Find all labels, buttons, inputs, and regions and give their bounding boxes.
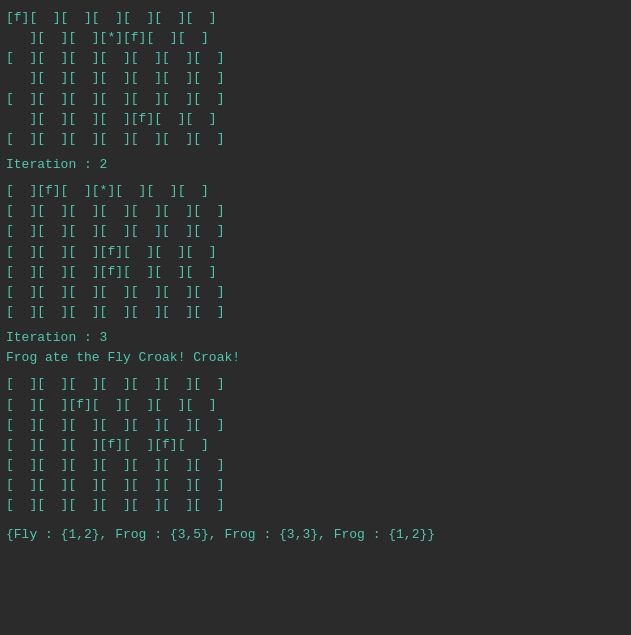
grid-line: [f][ ][ ][ ][ ][ ][ ] <box>6 8 625 28</box>
grid-line: [ ][ ][ ][ ][ ][ ][ ] <box>6 89 625 109</box>
grid-line: [ ][ ][ ][ ][ ][ ][ ] <box>6 302 625 322</box>
iteration3-label: Iteration : 3 <box>6 328 625 348</box>
grid-line: ][ ][ ][ ][ ][ ][ ] <box>6 68 625 88</box>
grid-line: [ ][ ][ ][ ][ ][ ][ ] <box>6 129 625 149</box>
grid-line: ][ ][ ][ ][f][ ][ ] <box>6 109 625 129</box>
console-output: [f][ ][ ][ ][ ][ ][ ] ][ ][ ][*][f][ ][ … <box>0 0 631 554</box>
grid-line: [ ][ ][f][ ][ ][ ][ ] <box>6 395 625 415</box>
grid-line: [ ][ ][ ][f][ ][ ][ ] <box>6 242 625 262</box>
iteration1-grid: [f][ ][ ][ ][ ][ ][ ] ][ ][ ][*][f][ ][ … <box>6 8 625 149</box>
grid-line: [ ][ ][ ][ ][ ][ ][ ] <box>6 475 625 495</box>
grid-line: ][ ][ ][*][f][ ][ ] <box>6 28 625 48</box>
grid-line: [ ][ ][ ][f][ ][f][ ] <box>6 435 625 455</box>
grid-line: [ ][ ][ ][ ][ ][ ][ ] <box>6 221 625 241</box>
footer-summary: {Fly : {1,2}, Frog : {3,5}, Frog : {3,3}… <box>6 525 625 545</box>
grid-line: [ ][ ][ ][ ][ ][ ][ ] <box>6 201 625 221</box>
grid-line: [ ][ ][ ][ ][ ][ ][ ] <box>6 455 625 475</box>
iteration2-section: Iteration : 2 [ ][f][ ][*][ ][ ][ ] [ ][… <box>6 155 625 322</box>
frog-message: Frog ate the Fly Croak! Croak! <box>6 348 625 368</box>
iteration3-section: Iteration : 3 Frog ate the Fly Croak! Cr… <box>6 328 625 515</box>
grid-line: [ ][f][ ][*][ ][ ][ ] <box>6 181 625 201</box>
grid-line: [ ][ ][ ][f][ ][ ][ ] <box>6 262 625 282</box>
iteration2-label: Iteration : 2 <box>6 155 625 175</box>
grid-line: [ ][ ][ ][ ][ ][ ][ ] <box>6 495 625 515</box>
grid-line: [ ][ ][ ][ ][ ][ ][ ] <box>6 374 625 394</box>
grid-line: [ ][ ][ ][ ][ ][ ][ ] <box>6 48 625 68</box>
grid-line: [ ][ ][ ][ ][ ][ ][ ] <box>6 415 625 435</box>
grid-line: [ ][ ][ ][ ][ ][ ][ ] <box>6 282 625 302</box>
